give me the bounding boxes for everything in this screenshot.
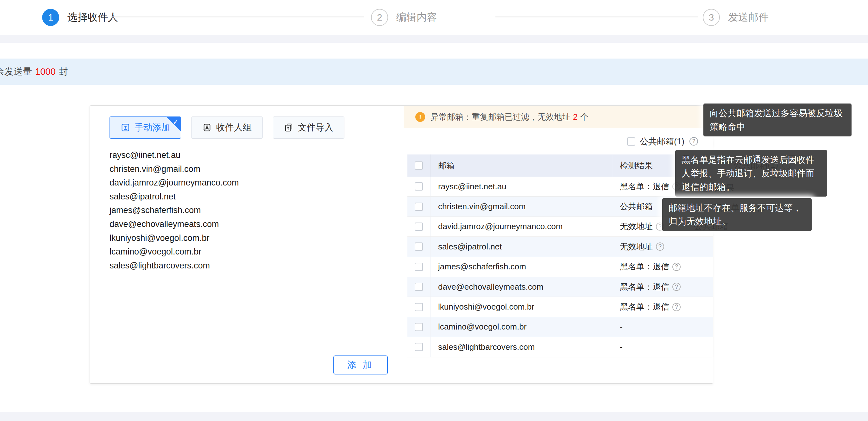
tab-manual-add[interactable]: 手动添加 ✓ <box>110 117 181 139</box>
email-line: sales@lightbarcovers.com <box>110 259 239 273</box>
email-line: sales@ipatrol.net <box>110 190 239 204</box>
row-email: james@schaferfish.com <box>430 257 612 277</box>
row-checkbox[interactable] <box>415 263 423 271</box>
row-email: sales@lightbarcovers.com <box>430 337 612 357</box>
result-help-icon[interactable]: ? <box>672 283 681 291</box>
result-help-icon[interactable]: ? <box>672 263 681 271</box>
warning-text-suffix: 个 <box>580 112 588 122</box>
step-label: 编辑内容 <box>396 10 437 24</box>
step-number: 3 <box>703 9 720 26</box>
manual-add-pane: 手动添加 ✓ 收件人组 文件导入 raysc@iinet.net.auchris… <box>90 106 403 383</box>
recipient-group-icon <box>202 123 212 132</box>
email-line: lcamino@voegol.com.br <box>110 245 239 259</box>
row-result: - <box>612 317 713 337</box>
detection-results-pane: ! 异常邮箱：重复邮箱已过滤，无效地址 2 个 公共邮箱(1) ? 邮箱 检测结… <box>404 106 713 383</box>
step-label: 选择收件人 <box>67 10 118 24</box>
invalid-count: 2 <box>573 112 578 122</box>
row-checkbox[interactable] <box>415 323 423 331</box>
table-row: sales@lightbarcovers.com- <box>407 337 713 357</box>
detection-result-table: 邮箱 检测结果 raysc@iinet.net.au黑名单：退信?christe… <box>407 154 713 357</box>
row-email: christen.vin@gmail.com <box>430 197 612 216</box>
row-checkbox[interactable] <box>415 222 423 231</box>
email-line: david.jamroz@journeymanco.com <box>110 176 239 190</box>
step-select-recipients: 1 选择收件人 <box>42 0 118 35</box>
manual-email-input-area[interactable]: raysc@iinet.net.auchristen.vin@gmail.com… <box>110 148 239 273</box>
step-wizard: 1 选择收件人 2 编辑内容 3 发送邮件 <box>0 0 868 35</box>
email-line: dave@echovalleymeats.com <box>110 217 239 231</box>
file-import-icon <box>284 123 293 132</box>
row-email: david.jamroz@journeymanco.com <box>430 217 612 237</box>
abnormal-mailbox-warning: ! 异常邮箱：重复邮箱已过滤，无效地址 2 个 <box>404 106 713 128</box>
tooltip-public-mailbox: 向公共邮箱发送过多容易被反垃圾策略命中 <box>703 103 851 137</box>
table-row: james@schaferfish.com黑名单：退信? <box>407 257 713 277</box>
step-send-mail: 3 发送邮件 <box>703 0 769 35</box>
divider-strip-top <box>0 35 868 43</box>
row-result: - <box>612 337 713 357</box>
email-line: raysc@iinet.net.au <box>110 148 239 162</box>
recipients-card: 手动添加 ✓ 收件人组 文件导入 raysc@iinet.net.auchris… <box>90 106 713 384</box>
public-mailbox-help-icon[interactable]: ? <box>689 137 698 146</box>
warning-icon: ! <box>415 112 425 122</box>
divider-strip-bottom <box>0 412 868 421</box>
tooltip-invalid-address: 邮箱地址不存在、服务不可达等，归为无效地址。 <box>662 198 812 231</box>
tooltip-blacklist: 黑名单是指在云邮通发送后因收件人举报、手动退订、反垃圾邮件而退信的邮箱。 <box>675 150 827 197</box>
tab-label: 手动添加 <box>134 122 170 133</box>
quota-prefix: 余发送量 <box>0 66 32 77</box>
step-number: 2 <box>371 9 388 26</box>
warning-text: 异常邮箱：重复邮箱已过滤，无效地址 <box>431 112 570 122</box>
manual-add-icon <box>121 123 130 132</box>
bulk-mail-recipients-page: 1 选择收件人 2 编辑内容 3 发送邮件 余发送量1000封 <box>0 0 868 421</box>
quota-value: 1000 <box>35 66 56 77</box>
row-email: dave@echovalleymeats.com <box>430 277 612 297</box>
table-header: 邮箱 检测结果 <box>407 154 713 177</box>
tab-label: 收件人组 <box>216 122 252 133</box>
table-row: raysc@iinet.net.au黑名单：退信? <box>407 177 713 197</box>
row-result: 无效地址? <box>612 237 713 257</box>
row-result: 黑名单：退信? <box>612 257 713 277</box>
row-checkbox[interactable] <box>415 303 423 311</box>
email-line: christen.vin@gmail.com <box>110 162 239 176</box>
email-line: lkuniyoshi@voegol.com.br <box>110 231 239 245</box>
step-edit-content: 2 编辑内容 <box>371 0 437 35</box>
tab-label: 文件导入 <box>298 122 333 133</box>
recipient-source-tabs: 手动添加 ✓ 收件人组 文件导入 <box>110 117 344 139</box>
step-label: 发送邮件 <box>728 10 769 24</box>
public-mailbox-checkbox[interactable] <box>627 138 635 146</box>
tab-file-import[interactable]: 文件导入 <box>273 117 344 139</box>
row-checkbox[interactable] <box>415 182 423 190</box>
row-email: raysc@iinet.net.au <box>430 177 612 196</box>
step-connector <box>111 17 364 18</box>
step-number: 1 <box>42 9 59 26</box>
row-email: sales@ipatrol.net <box>430 237 612 257</box>
result-help-icon[interactable]: ? <box>672 303 681 311</box>
public-mailbox-filter-row: 公共邮箱(1) ? <box>404 128 713 154</box>
quota-suffix: 封 <box>59 66 68 77</box>
email-line: james@schaferfish.com <box>110 204 239 217</box>
result-help-icon[interactable]: ? <box>656 242 664 251</box>
table-row: dave@echovalleymeats.com黑名单：退信? <box>407 277 713 297</box>
column-header-email: 邮箱 <box>430 154 612 177</box>
select-all-checkbox[interactable] <box>415 161 423 170</box>
row-checkbox[interactable] <box>415 283 423 291</box>
table-row: sales@ipatrol.net无效地址? <box>407 237 713 257</box>
add-button[interactable]: 添 加 <box>333 356 388 374</box>
row-result: 黑名单：退信? <box>612 297 713 317</box>
row-checkbox[interactable] <box>415 242 423 251</box>
row-checkbox[interactable] <box>415 343 423 351</box>
quota-bar: 余发送量1000封 <box>0 59 868 85</box>
row-result: 黑名单：退信? <box>612 277 713 297</box>
row-email: lkuniyoshi@voegol.com.br <box>430 297 612 317</box>
table-row: lcamino@voegol.com.br- <box>407 317 713 337</box>
public-mailbox-label: 公共邮箱(1) <box>640 136 684 147</box>
table-row: lkuniyoshi@voegol.com.br黑名单：退信? <box>407 297 713 317</box>
row-checkbox[interactable] <box>415 203 423 211</box>
row-email: lcamino@voegol.com.br <box>430 317 612 337</box>
tab-recipient-group[interactable]: 收件人组 <box>191 117 263 139</box>
step-connector <box>495 17 698 18</box>
